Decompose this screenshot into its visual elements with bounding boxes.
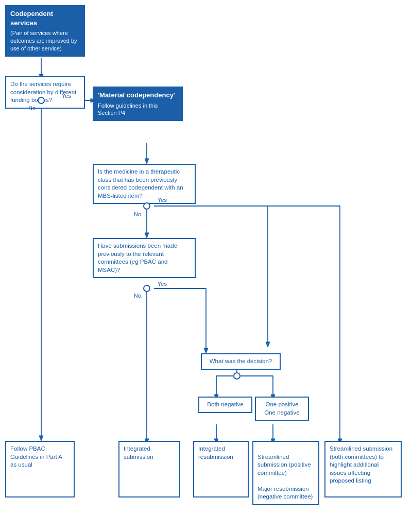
q2-text: Is the medicine in a therapeutic class t… — [98, 168, 183, 199]
one-positive-box: One positive One negative — [255, 397, 309, 421]
q3-text: Have submissions been made previously to… — [98, 243, 177, 273]
q4-circle — [233, 372, 241, 380]
q3-yes-label: Yes — [158, 281, 167, 287]
out5-text: Streamlined submission (both committees)… — [330, 445, 392, 484]
q3-no-label: No — [134, 293, 141, 299]
out1-box: Follow PBAC Guidelines in Part A as usua… — [5, 441, 75, 497]
material-title: 'Material codependency' — [98, 91, 178, 100]
codependent-sub: (Pair of services where outcomes are imp… — [10, 29, 80, 53]
svg-marker-7 — [145, 159, 149, 164]
codependent-title: Codependent services — [10, 9, 80, 27]
svg-marker-10 — [266, 342, 270, 347]
svg-marker-12 — [145, 233, 149, 238]
out1-text: Follow PBAC Guidelines in Part A as usua… — [10, 445, 62, 468]
q1-no-label: No — [28, 105, 36, 111]
q2-box: Is the medicine in a therapeutic class t… — [93, 164, 196, 204]
material-box: 'Material codependency' Follow guideline… — [93, 87, 183, 121]
q2-circle — [143, 202, 150, 210]
out2-text: Integrated submission — [124, 445, 153, 460]
out3-text: Integrated resubmission — [198, 445, 233, 460]
material-sub: Follow guidelines in this Section P4 — [98, 102, 178, 117]
q1-box: Do the services require consideration by… — [5, 76, 85, 109]
both-negative-text: Both negative — [207, 401, 243, 407]
q2-no-label: No — [134, 211, 141, 217]
q1-circle — [38, 97, 45, 104]
out4-text: Streamlined submission (positive committ… — [258, 454, 313, 500]
both-negative-box: Both negative — [198, 397, 252, 413]
q2-yes-label: Yes — [158, 197, 167, 203]
out5-box: Streamlined submission (both committees)… — [324, 441, 402, 497]
svg-marker-15 — [204, 348, 208, 353]
out2-box: Integrated submission — [118, 441, 180, 497]
one-positive-text: One positive One negative — [264, 401, 299, 416]
q3-box: Have submissions been made previously to… — [93, 238, 196, 278]
q4-text: What was the decision? — [210, 358, 272, 364]
q3-circle — [143, 285, 150, 292]
codependent-box: Codependent services (Pair of services w… — [5, 5, 85, 57]
svg-marker-5 — [39, 436, 43, 441]
out3-box: Integrated resubmission — [193, 441, 249, 497]
q1-yes-label: Yes — [62, 93, 71, 99]
q4-box: What was the decision? — [201, 353, 281, 370]
out4-box: Streamlined submission (positive committ… — [252, 441, 319, 505]
